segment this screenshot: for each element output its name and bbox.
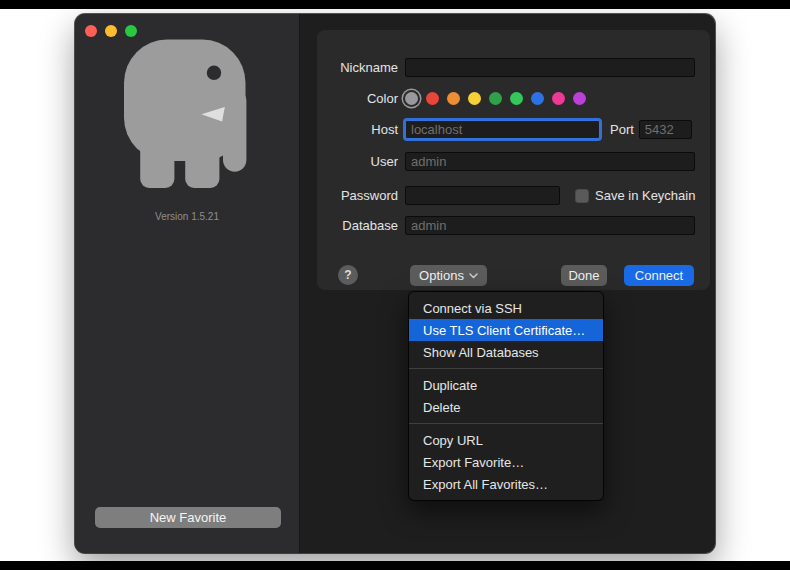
sidebar: Version 1.5.21 New Favorite [75, 14, 300, 553]
connect-button[interactable]: Connect [624, 265, 694, 286]
user-label: User [317, 154, 398, 169]
chevron-down-icon [469, 273, 478, 279]
color-swatch-purple[interactable] [573, 92, 586, 105]
host-row: Host Port [317, 119, 710, 140]
menu-separator [409, 423, 603, 424]
save-in-keychain-label: Save in Keychain [595, 188, 695, 203]
color-label: Color [317, 91, 398, 106]
menu-item-export-favorite[interactable]: Export Favorite… [409, 451, 603, 473]
nickname-label: Nickname [317, 60, 398, 75]
password-input[interactable] [405, 186, 560, 205]
port-label: Port [610, 122, 634, 137]
color-swatch-green[interactable] [489, 92, 502, 105]
elephant-logo-icon [97, 26, 277, 206]
host-label: Host [317, 122, 398, 137]
password-label: Password [317, 188, 398, 203]
color-swatch-gray[interactable] [405, 92, 418, 105]
screenshot-canvas: Version 1.5.21 New Favorite Nickname Col… [0, 0, 790, 570]
options-dropdown-menu: Connect via SSH Use TLS Client Certifica… [408, 291, 604, 501]
menu-separator [409, 368, 603, 369]
password-row: Password Save in Keychain [317, 185, 710, 206]
color-swatch-pink[interactable] [552, 92, 565, 105]
nickname-row: Nickname [317, 57, 710, 78]
database-row: Database [317, 215, 710, 236]
help-button[interactable]: ? [338, 265, 358, 285]
user-row: User [317, 151, 710, 172]
user-input[interactable] [405, 152, 695, 171]
host-input[interactable] [405, 120, 600, 139]
menu-item-use-tls-client-certificate[interactable]: Use TLS Client Certificate… [409, 319, 603, 341]
color-swatch-yellow[interactable] [468, 92, 481, 105]
color-row: Color [317, 88, 710, 109]
nickname-input[interactable] [405, 58, 695, 77]
port-input[interactable] [639, 120, 692, 139]
menu-item-duplicate[interactable]: Duplicate [409, 374, 603, 396]
letterbox-bottom [0, 561, 790, 570]
database-input[interactable] [405, 216, 695, 235]
elephant-eye [207, 66, 221, 80]
options-button[interactable]: Options [410, 265, 487, 286]
color-swatch-blue[interactable] [531, 92, 544, 105]
color-swatch-orange[interactable] [447, 92, 460, 105]
color-swatch-red[interactable] [426, 92, 439, 105]
letterbox-top [0, 0, 790, 9]
options-button-label: Options [419, 268, 464, 283]
done-button[interactable]: Done [561, 265, 607, 286]
menu-item-show-all-databases[interactable]: Show All Databases [409, 341, 603, 363]
menu-item-connect-via-ssh[interactable]: Connect via SSH [409, 297, 603, 319]
save-in-keychain-checkbox[interactable] [575, 189, 589, 203]
close-window-icon[interactable] [85, 25, 97, 37]
color-swatch-mint[interactable] [510, 92, 523, 105]
version-label: Version 1.5.21 [75, 211, 299, 222]
menu-item-copy-url[interactable]: Copy URL [409, 429, 603, 451]
menu-item-export-all-favorites[interactable]: Export All Favorites… [409, 473, 603, 495]
color-swatches [405, 92, 586, 105]
menu-item-delete[interactable]: Delete [409, 396, 603, 418]
postico-connection-window: Version 1.5.21 New Favorite Nickname Col… [75, 14, 715, 553]
new-favorite-button[interactable]: New Favorite [95, 507, 281, 528]
database-label: Database [317, 218, 398, 233]
